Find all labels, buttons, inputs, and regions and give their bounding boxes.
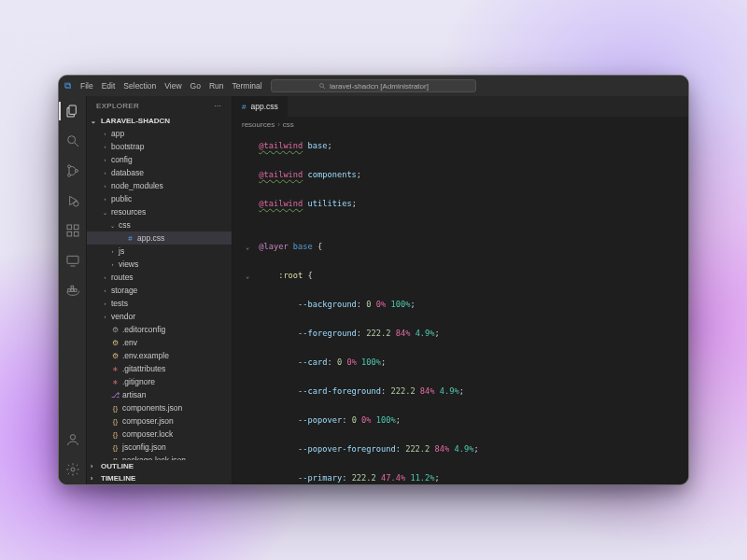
activity-remote[interactable] — [59, 251, 86, 270]
svg-point-9 — [73, 202, 78, 206]
explorer-more-icon[interactable]: ⋯ — [214, 102, 222, 110]
chevron-right-icon: › — [109, 248, 116, 254]
menu-edit[interactable]: Edit — [98, 79, 120, 92]
menu-selection[interactable]: Selection — [120, 79, 160, 92]
activity-extensions[interactable] — [59, 221, 86, 240]
timeline-section-header[interactable]: › TIMELINE — [87, 472, 232, 484]
tree-item[interactable]: ·{}composer.json — [87, 414, 232, 427]
menu-view[interactable]: View — [161, 79, 185, 92]
tree-item[interactable]: ·{}components.json — [87, 401, 232, 414]
tree-item[interactable]: ⌄css — [87, 218, 232, 231]
tree-item-label: storage — [111, 286, 137, 295]
chevron-right-icon: › — [109, 261, 116, 267]
activity-scm[interactable] — [59, 161, 86, 180]
file-icon: {} — [111, 417, 120, 426]
svg-point-0 — [320, 84, 324, 88]
file-icon: # — [126, 234, 134, 243]
command-center[interactable]: laravel-shadcn [Administrator] — [271, 79, 476, 92]
search-icon — [65, 133, 80, 148]
file-icon: ∗ — [111, 378, 120, 386]
tree-item[interactable]: ·{}jsconfig.json — [87, 441, 232, 454]
tree-item[interactable]: ·⚙.editorconfig — [87, 323, 232, 336]
menu-go[interactable]: Go — [187, 79, 204, 92]
chevron-right-icon: › — [102, 157, 108, 162]
tree-item-label: .env — [122, 338, 137, 347]
tree-item-label: .gitattributes — [122, 364, 165, 373]
chevron-right-icon: › — [102, 183, 108, 189]
tree-item[interactable]: ›js — [87, 245, 232, 258]
timeline-label: TIMELINE — [101, 474, 135, 483]
tree-item[interactable]: ·⎇artisan — [87, 388, 232, 401]
file-icon: {} — [111, 430, 120, 439]
tree-item[interactable]: ›config — [87, 153, 232, 166]
activity-account[interactable] — [59, 430, 86, 449]
tree-item[interactable]: ›database — [87, 166, 232, 179]
tree-item[interactable]: ·∗.gitattributes — [87, 362, 232, 375]
tree-item[interactable]: ·{}composer.lock — [87, 427, 232, 441]
menu-run[interactable]: Run — [205, 79, 228, 92]
tree-item[interactable]: ·⚙.env.example — [87, 349, 232, 362]
tree-item[interactable]: ›tests — [87, 297, 232, 310]
activity-explorer[interactable] — [59, 102, 86, 120]
activity-settings[interactable] — [59, 460, 86, 479]
activity-debug[interactable] — [59, 191, 86, 210]
tree-item-label: .env.example — [122, 351, 169, 360]
file-icon: ⎇ — [111, 391, 120, 399]
svg-rect-2 — [69, 105, 76, 114]
tree-item[interactable]: ·#app.css — [87, 231, 232, 245]
outline-section-header[interactable]: › OUTLINE — [87, 460, 232, 472]
vscode-window: ⧉ FileEditSelectionViewGoRunTerminalHelp… — [58, 75, 689, 485]
menu-terminal[interactable]: Terminal — [229, 79, 266, 92]
tree-item[interactable]: ·⚙.env — [87, 336, 232, 349]
tree-item[interactable]: ⌄resources — [87, 205, 232, 218]
tree-item[interactable]: ›views — [87, 258, 232, 271]
activity-docker[interactable] — [59, 281, 86, 300]
tree-item-label: app — [111, 129, 124, 138]
tree-item[interactable]: ›storage — [87, 284, 232, 297]
tree-item-label: public — [111, 194, 132, 203]
project-section-header[interactable]: ⌄ LARAVEL-SHADCN — [87, 115, 232, 127]
app-menu: FileEditSelectionViewGoRunTerminalHelp — [77, 79, 290, 92]
chevron-right-icon: › — [102, 287, 108, 293]
command-center-label: laravel-shadcn [Administrator] — [330, 82, 429, 91]
chevron-down-icon: ⌄ — [91, 118, 98, 125]
tab-app-css[interactable]: # app.css — [233, 96, 289, 117]
chevron-right-icon: › — [102, 170, 108, 175]
debug-icon — [65, 193, 80, 208]
tree-item[interactable]: ·{}package-lock.json — [87, 454, 232, 460]
tree-item[interactable]: ›public — [87, 192, 232, 205]
chevron-right-icon: › — [102, 196, 108, 202]
tree-item-label: views — [119, 259, 138, 269]
settings-gear-icon — [65, 462, 80, 477]
tree-item[interactable]: ·∗.gitignore — [87, 375, 232, 388]
file-icon: ⚙ — [111, 352, 120, 360]
svg-line-1 — [323, 87, 325, 89]
file-tree: ›app›bootstrap›config›database›node_modu… — [87, 127, 232, 460]
tree-item[interactable]: ›app — [87, 127, 232, 140]
chevron-right-icon: › — [102, 301, 108, 306]
tree-item[interactable]: ›routes — [87, 271, 232, 284]
svg-rect-16 — [67, 289, 70, 292]
breadcrumb[interactable]: resources › css — [233, 117, 688, 132]
extensions-icon — [65, 223, 80, 238]
activity-search[interactable] — [59, 132, 86, 150]
svg-rect-12 — [74, 231, 78, 236]
svg-rect-13 — [74, 225, 78, 230]
code-editor[interactable]: @tailwind base; @tailwind components; @t… — [233, 132, 688, 484]
menu-file[interactable]: File — [77, 79, 97, 92]
svg-rect-10 — [67, 225, 72, 230]
crumb: css — [283, 120, 294, 129]
chevron-down-icon: ⌄ — [102, 209, 108, 216]
chevron-right-icon: › — [102, 274, 108, 280]
chevron-down-icon: ⌄ — [109, 222, 116, 229]
tree-item[interactable]: ›bootstrap — [87, 140, 232, 153]
tree-item[interactable]: ›vendor — [87, 310, 232, 323]
vscode-logo-icon: ⧉ — [64, 80, 71, 91]
activity-bar — [59, 96, 87, 484]
tab-bar: # app.css — [233, 96, 688, 117]
explorer-header: EXPLORER ⋯ — [87, 96, 232, 115]
chevron-right-icon: › — [102, 314, 108, 319]
file-icon: ⚙ — [111, 339, 120, 347]
tree-item[interactable]: ›node_modules — [87, 179, 232, 192]
tree-item-label: app.css — [137, 233, 164, 243]
